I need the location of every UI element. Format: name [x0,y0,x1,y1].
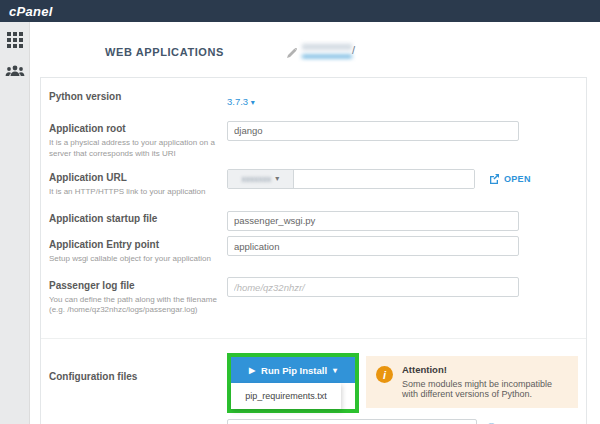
application-root-label: Application root [49,123,227,134]
external-link-icon [489,173,500,184]
edit-pencil-icon [287,48,297,58]
domain-editor[interactable]: xxxxxxxxxx / [287,41,355,58]
info-icon: i [376,366,393,383]
log-file-input[interactable] [227,277,519,297]
url-domain-blurred: xxxxxxx [242,174,272,184]
app-settings-card: Python version 3.7.3 ▾ Application root … [40,77,587,424]
apps-grid-icon[interactable] [7,32,23,48]
chevron-down-icon: ▾ [251,98,255,107]
entry-point-help: Setup wsgi callable object for your appl… [49,254,219,265]
add-file-input[interactable] [227,419,477,424]
url-domain-select[interactable]: xxxxxxx ▾ [228,170,294,188]
top-navigation-bar: cPanel [0,0,600,22]
entry-point-row: Application Entry point Setup wsgi calla… [49,236,578,265]
chevron-down-icon: ▾ [275,174,279,183]
page-title: WEB APPLICATIONS [105,46,224,58]
application-url-row: Application URL It is an HTTP/HTTPS link… [49,169,578,198]
application-url-input[interactable] [294,170,474,188]
domain-slash: / [352,44,355,58]
python-version-label: Python version [49,91,227,102]
log-file-row: Passenger log file You can define the pa… [49,277,578,317]
domain-name-blurred: xxxxxxxxxx [302,41,352,58]
open-app-link[interactable]: OPEN [489,173,531,184]
startup-file-label: Application startup file [49,213,227,224]
configuration-files-label: Configuration files [49,371,227,382]
application-url-group: xxxxxxx ▾ [227,169,475,189]
application-root-help: It is a physical address to your applica… [49,138,219,160]
log-file-label: Passenger log file [49,280,227,291]
play-icon: ▶ [249,366,255,375]
main-content: WEB APPLICATIONS xxxxxxxxxx / Python ver… [30,22,600,424]
users-group-icon[interactable] [5,64,25,78]
application-url-help: It is an HTTP/HTTPS link to your applica… [49,187,219,198]
entry-point-label: Application Entry point [49,239,227,250]
startup-file-input[interactable] [227,211,519,231]
application-root-row: Application root It is a physical addres… [49,120,578,160]
left-sidebar [0,22,30,424]
chevron-down-icon: ▾ [333,366,337,375]
attention-title: Attention! [402,364,568,375]
python-version-dropdown[interactable]: 3.7.3 ▾ [227,96,255,107]
page-header: WEB APPLICATIONS xxxxxxxxxx / [30,22,600,58]
section-divider [41,338,586,339]
run-pip-install-button[interactable]: ▶ Run Pip Install ▾ [231,357,355,383]
cpanel-logo: cPanel [9,4,53,19]
attention-text: Some modules might be incompatible with … [402,379,568,399]
tutorial-highlight-box: ▶ Run Pip Install ▾ pip_requirements.txt [227,353,359,413]
python-version-row: Python version 3.7.3 ▾ [49,78,578,109]
configuration-files-row: Configuration files ▶ Run Pip Install ▾ … [49,353,578,424]
pip-menu-item-requirements[interactable]: pip_requirements.txt [231,383,341,409]
application-url-label: Application URL [49,172,227,183]
entry-point-input[interactable] [227,236,519,256]
log-file-help: You can define the path along with the f… [49,295,219,317]
pip-install-dropdown-menu: pip_requirements.txt [231,383,341,409]
startup-file-row: Application startup file [49,210,578,231]
attention-notice: i Attention! Some modules might be incom… [366,356,578,408]
add-file-line: + ADD [227,419,578,424]
application-root-input[interactable] [227,121,519,141]
